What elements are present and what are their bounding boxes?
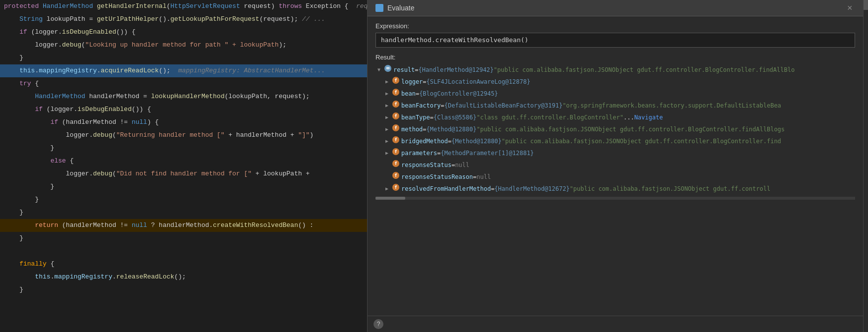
code-content: if (logger.isDebugEnabled()) { [4, 26, 135, 39]
tree-root-arrow[interactable] [377, 65, 384, 75]
bean-icon: f [392, 89, 399, 96]
evaluate-title: Evaluate [387, 4, 414, 12]
responsestatus-icon: f [392, 160, 399, 167]
code-content: } [4, 283, 23, 296]
code-line-10: if (handlerMethod != null) { [0, 116, 367, 129]
code-content: logger.debug("Returning handler method [… [4, 129, 313, 142]
code-line-15: } [0, 180, 367, 193]
result-label: Result: [375, 54, 855, 61]
expression-input[interactable]: handlerMethod.createWithResolvedBean() [375, 33, 855, 48]
code-line-20 [0, 245, 367, 258]
tree-bridgedmethod[interactable]: f bridgedMethod = {Method@12880} "public… [375, 135, 855, 147]
tree-resolvedfromhandlermethod[interactable]: f resolvedFromHandlerMethod = {HandlerMe… [375, 183, 855, 195]
code-line-16: } [0, 193, 367, 206]
code-content: if (logger.isDebugEnabled()) { [4, 103, 151, 116]
code-content: finally { [4, 258, 54, 271]
tree-method-arrow[interactable] [385, 124, 392, 134]
code-content: logger.debug("Looking up handler method … [4, 39, 287, 52]
code-content: HandlerMethod handlerMethod = lookupHand… [4, 90, 310, 103]
code-content: } [4, 193, 39, 206]
tree-responsestatus[interactable]: f responseStatus = null [375, 159, 855, 171]
code-content: } [4, 52, 23, 64]
tree-parameters[interactable]: f parameters = {MethodParameter[1]@12881… [375, 147, 855, 159]
code-line-14: logger.debug("Did not find handler metho… [0, 167, 367, 180]
expression-label: Expression: [375, 22, 855, 30]
evaluate-footer: ? [368, 316, 863, 332]
right-scrollbar-thumb[interactable] [864, 0, 868, 10]
code-content: this.mappingRegistry.releaseReadLock(); [4, 271, 186, 283]
tree-logger-arrow[interactable] [385, 77, 392, 87]
code-line-4: logger.debug("Looking up handler method … [0, 39, 367, 52]
code-line-22: this.mappingRegistry.releaseReadLock(); [0, 271, 367, 283]
evaluate-panel: Evaluate × Expression: handlerMethod.cre… [367, 0, 863, 332]
code-content: String lookupPath = getUrlPathHelper().g… [4, 13, 325, 26]
code-line-11: logger.debug("Returning handler method [… [0, 129, 367, 142]
expression-value: handlerMethod.createWithResolvedBean() [381, 36, 528, 44]
evaluate-icon [375, 4, 383, 12]
tree-parameters-arrow[interactable] [385, 148, 392, 158]
tree-beantype[interactable]: f beanType = {Class@5586} "class gdut.ff… [375, 111, 855, 123]
code-line-7: try { [0, 77, 367, 90]
right-scrollbar[interactable] [863, 0, 868, 332]
close-icon[interactable]: × [847, 4, 855, 12]
logger-icon: f [392, 77, 399, 84]
code-line-18: return (handlerMethod != null ? handlerM… [0, 219, 367, 232]
code-content: else { [4, 155, 73, 167]
code-line-8: HandlerMethod handlerMethod = lookupHand… [0, 90, 367, 103]
code-line-1: protected HandlerMethod getHandlerIntern… [0, 0, 367, 13]
beanfactory-icon: f [392, 101, 399, 108]
result-tree: ∞ result = {HandlerMethod@12942} "public… [375, 64, 855, 310]
evaluate-body: Expression: handlerMethod.createWithReso… [368, 16, 863, 316]
code-content: if (handlerMethod != null) { [4, 116, 159, 129]
code-line-21: finally { [0, 258, 367, 271]
navigate-link[interactable]: Navigate [634, 112, 663, 122]
code-line-19: } [0, 232, 367, 245]
tree-beanfactory[interactable]: f beanFactory = {DefaultListableBeanFact… [375, 100, 855, 111]
tree-bridgedmethod-arrow[interactable] [385, 136, 392, 146]
tree-bean-arrow[interactable] [385, 89, 392, 99]
code-line-6: this.mappingRegistry.acquireReadLock(); … [0, 64, 367, 77]
evaluate-header: Evaluate × [368, 0, 863, 16]
code-content: return (handlerMethod != null ? handlerM… [4, 219, 313, 232]
code-content: this.mappingRegistry.acquireReadLock(); … [4, 64, 325, 77]
code-content: } [4, 142, 54, 155]
tree-root[interactable]: ∞ result = {HandlerMethod@12942} "public… [375, 64, 855, 76]
code-line-5: } [0, 52, 367, 64]
code-panel: protected HandlerMethod getHandlerIntern… [0, 0, 367, 332]
tree-scrollbar-thumb[interactable] [375, 197, 405, 200]
code-line-9: if (logger.isDebugEnabled()) { [0, 103, 367, 116]
beantype-icon: f [392, 112, 399, 119]
code-line-17: } [0, 206, 367, 219]
code-line-12: } [0, 142, 367, 155]
code-content: } [4, 180, 54, 193]
parameters-icon: f [392, 148, 399, 155]
code-content: } [4, 206, 23, 219]
responsestatusreason-icon: f [392, 172, 399, 179]
bridgedmethod-icon: f [392, 136, 399, 143]
code-content: } [4, 232, 23, 245]
method-icon: f [392, 124, 399, 131]
code-line-2: String lookupPath = getUrlPathHelper().g… [0, 13, 367, 26]
code-content: try { [4, 77, 39, 90]
tree-method[interactable]: f method = {Method@12880} "public com.al… [375, 123, 855, 135]
help-button[interactable]: ? [373, 319, 383, 329]
code-content: logger.debug("Did not find handler metho… [4, 167, 310, 180]
tree-bean[interactable]: f bean = {BlogController@12945} [375, 88, 855, 100]
result-icon: ∞ [384, 65, 391, 72]
tree-responsestatusreason[interactable]: f responseStatusReason = null [375, 171, 855, 183]
resolvedfromhandlermethod-icon: f [392, 184, 399, 191]
tree-beantype-arrow[interactable] [385, 112, 392, 122]
tree-resolvedfromhandlermethod-arrow[interactable] [385, 184, 392, 194]
tree-scrollbar[interactable] [375, 197, 855, 200]
tree-beanfactory-arrow[interactable] [385, 101, 392, 111]
code-line-13: else { [0, 155, 367, 167]
code-content: protected HandlerMethod getHandlerIntern… [4, 0, 367, 13]
code-line-3: if (logger.isDebugEnabled()) { [0, 26, 367, 39]
code-editor: protected HandlerMethod getHandlerIntern… [0, 0, 367, 296]
tree-logger[interactable]: f logger = {SLF4JLocationAwareLog@12878} [375, 76, 855, 88]
code-line-23: } [0, 283, 367, 296]
